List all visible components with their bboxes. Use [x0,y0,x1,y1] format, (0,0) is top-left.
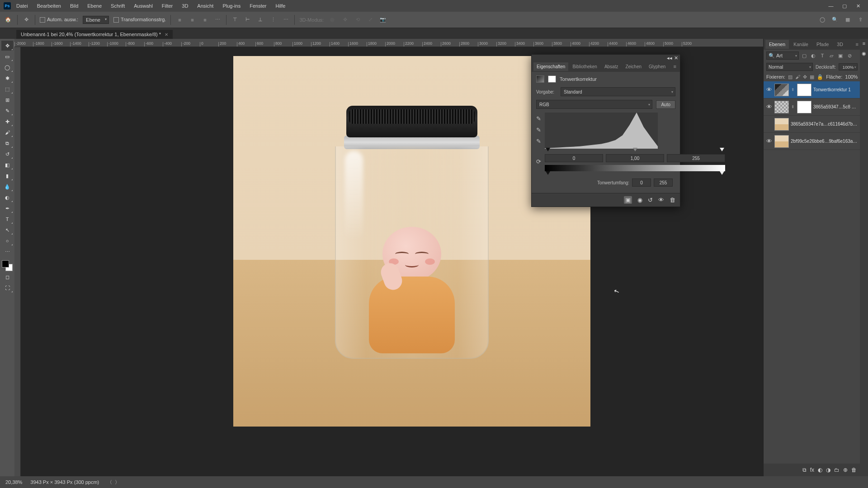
output-black-slider[interactable] [546,171,550,175]
layer-fx-icon[interactable]: fx [810,467,814,473]
layer-name[interactable]: 2bf99c5e26bbe6…9baf6e163a4bb [791,139,859,144]
crop-tool[interactable]: ⬚ [1,84,13,94]
blur-tool[interactable]: 💧 [1,182,13,192]
histogram-chart[interactable] [545,113,658,149]
home-icon[interactable]: 🏠 [4,15,13,24]
tab-pfade[interactable]: Pfade [813,40,832,49]
window-minimize-icon[interactable]: — [825,1,837,10]
layer-row[interactable]: 👁⦀Tonwertkorrektur 1 [764,81,860,99]
healing-brush-tool[interactable]: ✚ [1,117,13,127]
output-gradient[interactable] [545,165,725,171]
magic-wand-tool[interactable]: ✱ [1,73,13,83]
align-top-icon[interactable]: ⊤ [231,16,239,24]
move-tool-icon[interactable]: ✥ [22,16,30,24]
delete-adjustment-icon[interactable]: 🗑 [670,197,675,203]
clone-stamp-tool[interactable]: ⧉ [1,138,13,148]
tab-glyphen[interactable]: Glyphen [646,62,669,71]
white-slider[interactable] [720,148,724,151]
tab-zeichen[interactable]: Zeichen [622,62,645,71]
brush-tool[interactable]: 🖌 [1,127,13,137]
libraries-icon[interactable]: ◉ [862,51,866,56]
color-swatches[interactable] [2,260,13,271]
layer-filter-dropdown[interactable]: 🔍 Art [766,52,799,60]
auto-select-checkbox[interactable]: Autom. ausw.: [40,17,78,23]
filter-adjust-icon[interactable]: ◐ [810,52,817,59]
layer-mask-thumbnail[interactable] [797,101,811,113]
input-white-field[interactable] [667,154,725,162]
align-left-icon[interactable]: ≡ [175,16,184,24]
new-layer-icon[interactable]: ⊕ [843,467,848,473]
clip-to-layer-icon[interactable]: ▣ [624,196,632,204]
filter-toggle-icon[interactable]: ⊘ [846,52,853,59]
layer-visibility-icon[interactable]: 👁 [765,138,773,145]
transform-controls-checkbox[interactable]: Transformationsstrg. [113,17,166,23]
menu-plugins[interactable]: Plug-ins [219,1,244,10]
align-bottom-icon[interactable]: ⊥ [256,16,264,24]
auto-button[interactable]: Auto [656,100,675,109]
marquee-tool[interactable]: ▭ [1,52,13,61]
panel-collapse-icon[interactable]: ◂◂ [667,55,672,61]
menu-auswahl[interactable]: Auswahl [130,1,156,10]
lock-all-icon[interactable]: 🔒 [817,74,823,80]
reset-icon[interactable]: ↺ [648,197,653,203]
align-center-v-icon[interactable]: ⊢ [244,16,252,24]
layer-mask-thumbnail[interactable] [797,84,811,96]
menu-fenster[interactable]: Fenster [246,1,270,10]
white-point-eyedropper-icon[interactable]: ✎ [536,138,541,145]
ruler-horizontal[interactable]: -2000-1800-1600-1400-1200-1000-800-600-4… [14,39,763,47]
input-black-field[interactable] [545,154,603,162]
quick-mask-tool[interactable]: ◻ [1,272,13,282]
panel-close-icon[interactable]: ✕ [674,55,678,61]
menu-ebene[interactable]: Ebene [84,1,105,10]
add-adjustment-icon[interactable]: ◑ [826,467,830,473]
blend-mode-dropdown[interactable]: Normal [766,63,813,71]
type-tool[interactable]: T [1,214,13,224]
output-white-slider[interactable] [720,171,724,175]
gray-point-eyedropper-icon[interactable]: ✎ [536,127,541,133]
more-align-icon[interactable]: ⋯ [282,16,290,24]
close-tab-icon[interactable]: ✕ [165,32,168,37]
menu-filter[interactable]: Filter [158,1,176,10]
tab-kanaele[interactable]: Kanäle [790,40,812,49]
black-point-eyedropper-icon[interactable]: ✎ [536,115,541,122]
gray-slider[interactable] [633,148,637,151]
auto-select-dropdown[interactable]: Ebene [83,16,109,24]
workspace-icon[interactable]: ▦ [844,16,852,24]
eraser-tool[interactable]: ◧ [1,160,13,170]
align-center-h-icon[interactable]: ≡ [188,16,196,24]
gradient-tool[interactable]: ▮ [1,171,13,181]
layer-visibility-icon[interactable]: 👁 [765,103,773,110]
layer-thumbnail[interactable] [774,135,789,148]
layer-row[interactable]: 👁⦀3865a59347…5c8 Kopie [764,99,860,116]
layer-thumbnail[interactable] [774,118,789,131]
path-select-tool[interactable]: ↖ [1,225,13,235]
layer-visibility-icon[interactable]: 👁 [765,86,773,93]
panel-menu-icon[interactable]: ≡ [856,42,859,47]
layer-mask-link-icon[interactable]: ⦀ [791,104,795,109]
document-tab[interactable]: Unbenannt-1 bei 20,4% (Tonwertkorrektur … [16,30,173,39]
output-white-field[interactable] [654,178,673,187]
layer-thumbnail[interactable] [774,101,789,113]
mask-thumbnail-icon[interactable] [548,75,556,83]
layer-name[interactable]: 3865a59347…5c8 Kopie [813,104,859,109]
layer-row[interactable]: 3865a59347e7a…c611646d7b5c8 [764,116,860,133]
edit-toolbar[interactable]: ⋯ [1,247,13,257]
window-maximize-icon[interactable]: ▢ [838,1,851,10]
history-brush-tool[interactable]: ↺ [1,149,13,159]
menu-3d[interactable]: 3D [178,1,192,10]
calculate-histogram-icon[interactable]: ⟳ [536,158,541,165]
layer-row[interactable]: 👁2bf99c5e26bbe6…9baf6e163a4bb [764,133,860,150]
collapse-panel-icon[interactable]: ≡ [863,41,865,46]
input-gamma-field[interactable] [606,154,664,162]
filter-pixel-icon[interactable]: ▢ [801,52,808,59]
menu-datei[interactable]: Datei [13,1,32,10]
opacity-input[interactable]: 100% [839,63,858,70]
lock-position-icon[interactable]: ✥ [803,74,807,80]
delete-layer-icon[interactable]: 🗑 [851,467,857,473]
menu-schrift[interactable]: Schrift [107,1,128,10]
eyedropper-tool[interactable]: ✎ [1,106,13,116]
menu-bild[interactable]: Bild [66,1,82,10]
output-black-field[interactable] [632,178,651,187]
distribute-v-icon[interactable]: ⋮ [269,16,277,24]
lasso-tool[interactable]: ◯ [1,62,13,72]
